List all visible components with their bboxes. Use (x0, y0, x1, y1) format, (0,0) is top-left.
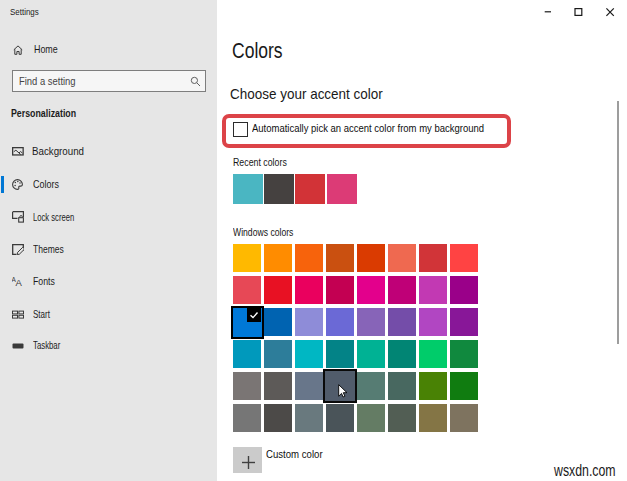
svg-text:A: A (16, 277, 23, 287)
